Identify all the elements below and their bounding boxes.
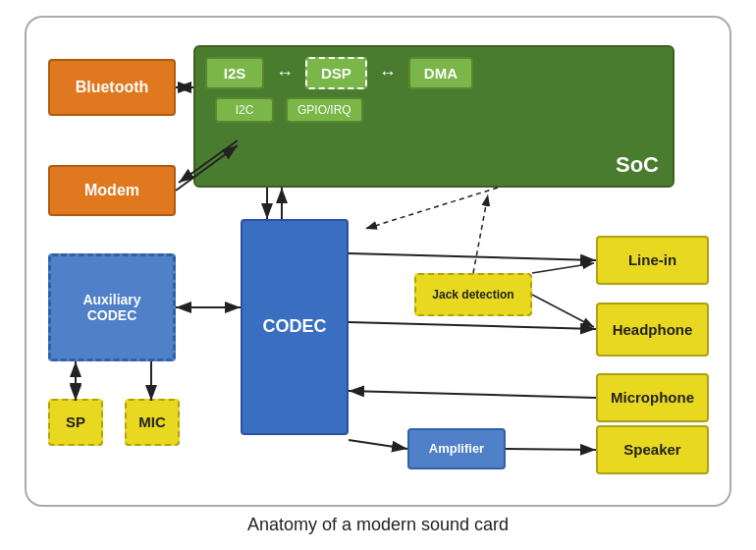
speaker-box: Speaker bbox=[596, 425, 709, 474]
soc-label: SoC bbox=[616, 152, 659, 178]
diagram-container: I2S ↔ DSP ↔ DMA I2C GPIO/IRQ SoC Bluetoo… bbox=[25, 16, 731, 507]
soc-box: I2S ↔ DSP ↔ DMA I2C GPIO/IRQ SoC bbox=[193, 45, 675, 188]
svg-line-21 bbox=[532, 295, 594, 327]
dsp-dma-arrow: ↔ bbox=[379, 63, 397, 83]
bluetooth-box: Bluetooth bbox=[48, 59, 176, 116]
svg-line-8 bbox=[365, 188, 498, 229]
modem-box: Modem bbox=[48, 165, 176, 216]
svg-line-20 bbox=[532, 263, 594, 273]
codec-box: CODEC bbox=[241, 219, 349, 435]
svg-line-19 bbox=[473, 194, 488, 273]
dsp-box: DSP bbox=[305, 57, 367, 89]
headphone-box: Headphone bbox=[596, 302, 709, 357]
jack-detection-box: Jack detection bbox=[414, 273, 532, 316]
svg-line-18 bbox=[506, 449, 596, 450]
svg-line-15 bbox=[349, 322, 596, 329]
amplifier-box: Amplifier bbox=[407, 428, 506, 469]
svg-line-17 bbox=[349, 440, 407, 449]
diagram-caption: Anatomy of a modern sound card bbox=[247, 515, 509, 535]
line-in-box: Line-in bbox=[596, 236, 709, 285]
sp-box: SP bbox=[48, 399, 103, 446]
svg-line-14 bbox=[349, 253, 596, 260]
mic-box: MIC bbox=[125, 399, 180, 446]
i2c-box: I2C bbox=[215, 97, 274, 123]
aux-codec-box: Auxiliary CODEC bbox=[48, 253, 176, 361]
i2s-box: I2S bbox=[205, 57, 264, 89]
gpio-box: GPIO/IRQ bbox=[286, 97, 363, 123]
microphone-box: Microphone bbox=[596, 373, 709, 422]
svg-line-16 bbox=[349, 391, 596, 398]
i2s-dsp-arrow: ↔ bbox=[276, 63, 294, 83]
dma-box: DMA bbox=[408, 57, 473, 89]
